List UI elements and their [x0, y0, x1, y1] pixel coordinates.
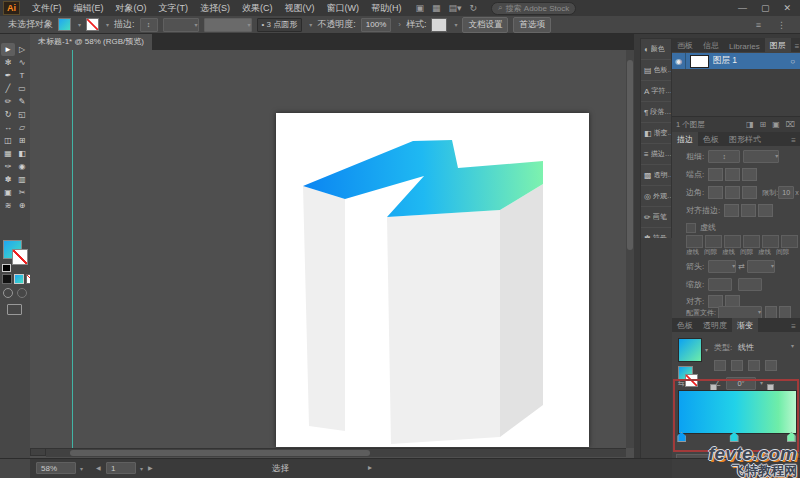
horizontal-scrollbar[interactable] — [46, 448, 626, 457]
menu-item[interactable]: 编辑(E) — [68, 2, 110, 15]
scale-tool[interactable]: ◱ — [15, 108, 29, 121]
paintbrush-tool[interactable]: ✏ — [1, 95, 15, 108]
menu-item[interactable]: 对象(O) — [110, 2, 153, 15]
panel-tab[interactable]: 画板 — [672, 38, 698, 52]
horizontal-scroll-thumb[interactable] — [70, 450, 370, 456]
dashed-line-checkbox[interactable] — [686, 223, 696, 233]
minimize-button[interactable]: — — [731, 3, 754, 13]
screen-mode-button[interactable] — [7, 304, 22, 315]
status-flyout-icon[interactable]: ▸ — [368, 463, 372, 472]
arrowhead-end-dropdown[interactable]: ▾ — [747, 260, 775, 273]
sync-icon[interactable]: ↻ — [466, 3, 482, 13]
artboard-nav-field[interactable]: 1 — [106, 462, 136, 474]
pencil-tool[interactable]: ✎ — [15, 95, 29, 108]
gradient-preview-swatch[interactable] — [678, 338, 702, 362]
zoom-level-field[interactable]: 58% — [36, 462, 76, 474]
maximize-button[interactable]: ▢ — [754, 3, 777, 13]
corner-miter-button[interactable] — [708, 186, 723, 199]
vertical-guide[interactable] — [72, 50, 73, 448]
appearance-panel-icon[interactable]: ◎ 外观… — [641, 186, 671, 207]
stroke-color-swatch[interactable] — [86, 18, 99, 31]
character-panel-icon[interactable]: A 字符… — [641, 81, 671, 102]
direct-selection-tool[interactable]: ▷ — [15, 43, 29, 56]
menu-item[interactable]: 选择(S) — [194, 2, 236, 15]
panel-menu-icon[interactable]: ≡ — [787, 322, 800, 332]
panel-tab[interactable]: 色板 — [672, 318, 698, 332]
panel-tab[interactable]: 图层 — [765, 38, 791, 52]
gap-field[interactable] — [743, 235, 760, 248]
stroke-weight-stepper[interactable]: ↕ — [140, 18, 158, 32]
options-icon[interactable]: ⋮ — [773, 20, 790, 30]
layer-thumbnail[interactable] — [690, 55, 709, 68]
dash-field[interactable] — [724, 235, 741, 248]
panel-menu-icon[interactable]: ≡ — [787, 136, 800, 146]
panel-tab[interactable]: 描边 — [672, 132, 698, 146]
menu-item[interactable]: 窗口(W) — [321, 2, 366, 15]
style-swatch[interactable] — [431, 18, 447, 32]
layer-name[interactable]: 图层 1 — [713, 55, 737, 67]
cap-projecting-button[interactable] — [742, 168, 757, 181]
symbol-sprayer-tool[interactable]: ✽ — [1, 173, 15, 186]
menu-item[interactable]: 帮助(H) — [365, 2, 408, 15]
color-panel-icon[interactable]: ◐ 颜色 — [641, 39, 671, 60]
swatches-panel-icon[interactable]: ▤ 色板… — [641, 60, 671, 81]
transparency-panel-icon[interactable]: ▩ 透明… — [641, 165, 671, 186]
arrowhead-start-dropdown[interactable]: ▾ — [708, 260, 736, 273]
vertical-scrollbar[interactable] — [626, 50, 634, 448]
letter-n-artwork[interactable] — [276, 113, 589, 447]
visibility-eye-icon[interactable]: ◉ — [672, 57, 685, 66]
mesh-tool[interactable]: ▦ — [1, 147, 15, 160]
weight-stepper[interactable]: ↕ — [708, 150, 740, 163]
create-sublayer-icon[interactable]: ⊞ — [757, 120, 770, 129]
blend-tool[interactable]: ◉ — [15, 160, 29, 173]
eyedropper-tool[interactable]: ✑ — [1, 160, 15, 173]
stroke-weight-dropdown[interactable]: ▾ — [163, 18, 199, 32]
menu-item[interactable]: 效果(C) — [236, 2, 279, 15]
magic-wand-tool[interactable]: ✻ — [1, 56, 15, 69]
default-fill-stroke-icon[interactable] — [2, 264, 11, 272]
menu-item[interactable]: 视图(V) — [279, 2, 321, 15]
align-center-button[interactable] — [724, 204, 739, 217]
panel-tab[interactable]: 色板 — [698, 132, 724, 146]
scale-start-field[interactable] — [708, 278, 732, 291]
line-tool[interactable]: ╱ — [1, 82, 15, 95]
gap-field[interactable] — [705, 235, 722, 248]
brush-definition-dropdown[interactable]: • 3 点圆形 — [257, 18, 303, 32]
free-transform-tool[interactable]: ▱ — [15, 121, 29, 134]
make-mask-icon[interactable]: ◨ — [743, 120, 757, 129]
gap-field[interactable] — [781, 235, 798, 248]
gradient-preset-dropdown-icon[interactable]: ▾ — [705, 346, 708, 353]
document-setup-button[interactable]: 文档设置 — [462, 17, 508, 33]
artboard-tool[interactable]: ▣ — [1, 186, 15, 199]
cap-round-button[interactable] — [725, 168, 740, 181]
selection-tool[interactable]: ► — [1, 43, 15, 56]
panel-tab[interactable]: Libraries — [724, 40, 765, 52]
close-button[interactable]: ✕ — [776, 3, 798, 13]
gradient-tool[interactable]: ◧ — [15, 147, 29, 160]
layer-target-icon[interactable]: ○ — [790, 57, 795, 66]
zoom-dropdown-icon[interactable]: ▾ — [80, 465, 83, 472]
hand-tool[interactable]: ≋ — [1, 199, 15, 212]
draw-behind-icon[interactable] — [17, 288, 27, 298]
stock-search-box[interactable]: ⌕ 搜索 Adobe Stock — [491, 2, 576, 15]
pen-tool[interactable]: ✒ — [1, 69, 15, 82]
bridge-icon[interactable]: ▣ — [412, 3, 429, 13]
panel-tab[interactable]: 图形样式 — [724, 132, 766, 146]
stroke-gradient-button[interactable] — [714, 360, 726, 371]
opacity-field[interactable]: 100% — [361, 18, 391, 32]
prev-artboard-icon[interactable]: ◀ — [96, 464, 101, 471]
panel-tab[interactable]: 信息 — [698, 38, 724, 52]
type-tool[interactable]: T — [15, 69, 29, 82]
stroke-panel-icon[interactable]: ≡ 描边… — [641, 144, 671, 165]
cap-butt-button[interactable] — [708, 168, 723, 181]
arrange-documents-icon[interactable]: ▦ — [428, 3, 445, 13]
color-mode-button[interactable] — [2, 274, 12, 284]
fill-color-swatch[interactable] — [58, 18, 71, 31]
stroke-gradient-within-button[interactable] — [765, 360, 777, 371]
align-outside-button[interactable] — [758, 204, 773, 217]
width-profile-dropdown[interactable]: ▾ — [204, 18, 252, 32]
scale-end-field[interactable] — [738, 278, 762, 291]
stroke-gradient-across-button[interactable] — [748, 360, 760, 371]
paragraph-panel-icon[interactable]: ¶ 段落… — [641, 102, 671, 123]
preferences-button[interactable]: 首选项 — [513, 17, 551, 33]
